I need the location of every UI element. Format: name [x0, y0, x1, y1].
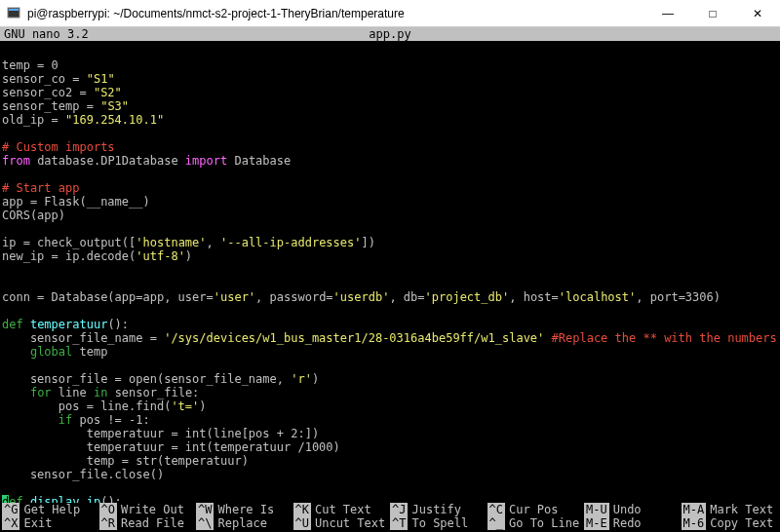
code-line: def temperatuur(): [2, 318, 129, 331]
code-line: sensor_file = open(sensor_file_name, 'r'… [2, 372, 319, 386]
code-line: sensor_co2 = "S2" [2, 86, 122, 99]
shortcut-mark[interactable]: M-AMark Text [682, 503, 779, 516]
shortcut-copy[interactable]: M-6Copy Text [682, 516, 779, 530]
code-line: pos = line.find('t=') [2, 399, 207, 413]
code-line: ip = check_output(['hostname', '--all-ip… [2, 236, 375, 249]
shortcut-uncut[interactable]: ^UUncut Text [293, 516, 391, 530]
code-line: old_ip = "169.254.10.1" [2, 113, 164, 127]
shortcut-justify[interactable]: ^JJustify [390, 503, 488, 516]
code-line: temp = str(temperatuur) [2, 454, 249, 468]
editor-area[interactable]: temp = 0 sensor_co = "S1" sensor_co2 = "… [0, 41, 780, 503]
window-controls: — □ ✕ [645, 0, 780, 26]
nano-header: GNU nano 3.2 app.py [0, 27, 780, 41]
nano-version: GNU nano 3.2 [4, 27, 160, 41]
code-line: sensor_file.close() [2, 468, 164, 481]
minimize-button[interactable]: — [645, 0, 690, 26]
nano-shortcuts: ^GGet Help ^OWrite Out ^WWhere Is ^KCut … [0, 503, 780, 532]
shortcut-curpos[interactable]: ^CCur Pos [488, 503, 585, 516]
code-line: # Start app [2, 181, 79, 195]
code-line: new_ip = ip.decode('utf-8') [2, 249, 192, 263]
code-line: temperatuur = int(line[pos + 2:]) [2, 427, 319, 440]
maximize-button[interactable]: □ [690, 0, 735, 26]
code-line: if pos != -1: [2, 413, 150, 427]
shortcut-undo[interactable]: M-UUndo [584, 503, 682, 516]
code-line: # Custom imports [2, 140, 115, 154]
code-line: from database.DP1Database import Databas… [2, 154, 291, 168]
shortcut-cut[interactable]: ^KCut Text [293, 503, 391, 516]
shortcut-exit[interactable]: ^XExit [2, 516, 99, 530]
code-line: temp = 0 [2, 58, 58, 72]
code-line: global temp [2, 345, 107, 359]
shortcut-spell[interactable]: ^TTo Spell [390, 516, 488, 530]
nano-filename: app.py [160, 27, 620, 41]
code-line: CORS(app) [2, 209, 65, 222]
code-line: app = Flask(__name__) [2, 195, 150, 209]
code-line: sensor_file_name = '/sys/devices/w1_bus_… [2, 331, 780, 345]
code-line: temperatuur = int(temperatuur /1000) [2, 440, 340, 454]
shortcut-goto[interactable]: ^_Go To Line [488, 516, 585, 530]
svg-rect-1 [9, 9, 19, 11]
shortcut-replace[interactable]: ^\Replace [196, 516, 293, 530]
shortcut-readfile[interactable]: ^RRead File [99, 516, 197, 530]
window-title: pi@raspberrypi: ~/Documents/nmct-s2-proj… [27, 7, 645, 20]
code-line: sensor_co = "S1" [2, 72, 115, 86]
app-icon [6, 6, 21, 21]
shortcut-redo[interactable]: M-ERedo [584, 516, 682, 530]
shortcut-whereis[interactable]: ^WWhere Is [196, 503, 293, 516]
close-button[interactable]: ✕ [735, 0, 780, 26]
code-line: for line in sensor_file: [2, 386, 199, 399]
code-line: def display_ip(): [2, 495, 122, 503]
code-line: sensor_temp = "S3" [2, 99, 129, 113]
window-titlebar: pi@raspberrypi: ~/Documents/nmct-s2-proj… [0, 0, 780, 27]
shortcut-writeout[interactable]: ^OWrite Out [99, 503, 197, 516]
code-line: conn = Database(app=app, user='user', pa… [2, 290, 721, 304]
shortcut-help[interactable]: ^GGet Help [2, 503, 99, 516]
